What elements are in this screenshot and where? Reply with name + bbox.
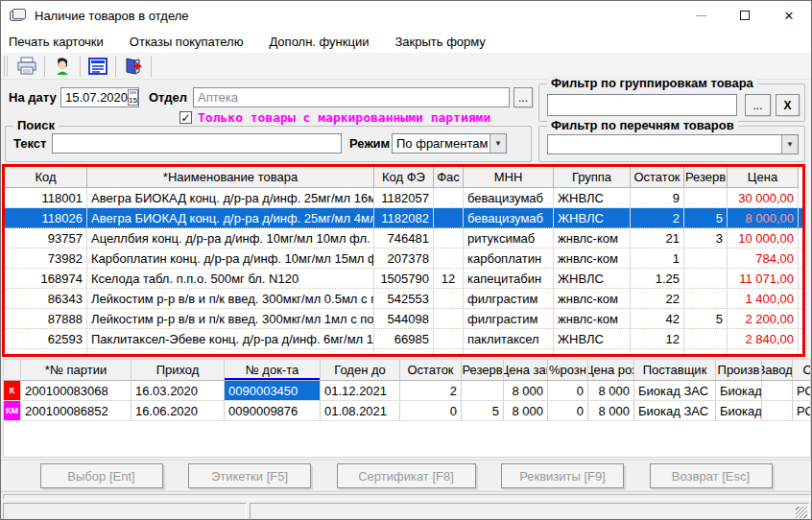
table-cell[interactable]: 8 000 (588, 381, 634, 400)
table-cell[interactable]: 1 (631, 349, 684, 357)
table-cell[interactable]: 207378 (374, 248, 434, 268)
table-cell[interactable]: 30 000,00 (728, 188, 799, 207)
table-cell[interactable]: 746481 (374, 228, 434, 248)
table-cell[interactable]: 11 071,00 (728, 269, 799, 288)
customer-button[interactable] (48, 55, 77, 78)
return-button[interactable]: Возврат [Esc] (650, 463, 773, 488)
table-cell[interactable] (762, 381, 793, 400)
table-cell[interactable]: паклитаксел (464, 329, 554, 348)
table-cell[interactable]: Биокад (716, 401, 762, 420)
table-cell[interactable]: 128127 (5, 349, 87, 357)
table-cell[interactable]: 9 (631, 188, 684, 207)
table-cell[interactable]: 12 (434, 269, 464, 288)
table-cell[interactable] (684, 248, 728, 268)
table-cell[interactable] (434, 248, 464, 268)
column-header[interactable]: Цена (728, 167, 799, 188)
table-cell[interactable]: 2 200,00 (728, 309, 799, 328)
table-cell[interactable]: 73982 (5, 248, 87, 268)
table-cell[interactable]: 168974 (5, 269, 87, 288)
table-cell[interactable]: 0090009876 (225, 401, 321, 420)
table-cell[interactable]: ритуксимаб (464, 228, 554, 248)
table-cell[interactable]: 21 (631, 228, 684, 248)
table-cell[interactable]: 542553 (374, 289, 434, 308)
table-cell[interactable]: жнвлс-ком (554, 309, 631, 328)
table-cell[interactable]: РОССИЯ (793, 401, 811, 420)
table-cell[interactable]: 1.25 (631, 269, 684, 288)
table-cell[interactable]: 1182057 (374, 188, 434, 207)
table-cell[interactable]: 8 000,00 (728, 208, 799, 227)
table-cell[interactable]: ЖНВЛС (554, 188, 631, 207)
column-header[interactable]: Цена роз (588, 360, 634, 381)
table-cell[interactable] (434, 208, 464, 227)
table-cell[interactable] (684, 289, 728, 308)
table-cell[interactable]: жнвлс-ком (554, 248, 631, 268)
maximize-button[interactable] (723, 1, 767, 30)
table-row[interactable]: 118026Авегра БИОКАД конц. д/р-ра д/инф. … (5, 208, 802, 228)
table-cell[interactable]: 0 (548, 381, 588, 400)
table-cell[interactable]: Лейкостим р-р в/в и п/к введ. 300мкг/мл … (87, 289, 374, 308)
table-cell[interactable]: ЖНВЛС (554, 349, 631, 357)
table-cell[interactable]: иммуноглобулин (464, 349, 554, 357)
department-browse-button[interactable]: ... (513, 87, 533, 107)
table-cell[interactable]: капецитабин (464, 269, 554, 288)
date-input[interactable]: 15.07.2020 15 (60, 87, 139, 107)
batch-type-badge[interactable]: КМ (4, 401, 21, 420)
table-row[interactable]: 62593Паклитаксел-Эбеве конц. д/р-ра д/ин… (5, 329, 802, 349)
table-cell[interactable]: 86343 (5, 289, 87, 308)
table-row[interactable]: 118001Авегра БИОКАД конц. д/р-ра д/инф. … (5, 188, 802, 208)
menu-print-card[interactable]: Печать карточки (9, 35, 104, 49)
table-cell[interactable]: 8 000 (504, 381, 548, 400)
table-cell[interactable]: 23 085,00 (728, 349, 799, 357)
table-row[interactable]: К20010008306816.03.2020009000345001.12.2… (4, 381, 810, 401)
close-button[interactable]: ✕ (767, 1, 811, 30)
table-cell[interactable]: 22 (631, 289, 684, 308)
column-header[interactable]: Завод. (762, 360, 793, 381)
table-row[interactable]: 86343Лейкостим р-р в/в и п/к введ. 300мк… (5, 289, 802, 309)
table-cell[interactable] (684, 349, 728, 357)
table-cell[interactable]: 10 000,00 (728, 228, 799, 248)
table-cell[interactable]: 5 (462, 401, 504, 420)
table-cell[interactable]: 42 (631, 309, 684, 328)
table-cell[interactable]: 8 000 (588, 401, 634, 420)
table-cell[interactable] (462, 381, 504, 400)
menu-customer-refusals[interactable]: Отказы покупателю (130, 35, 244, 49)
menu-extra-functions[interactable]: Дополн. функции (269, 35, 369, 49)
column-header[interactable]: Группа (554, 167, 631, 188)
table-cell[interactable]: Привиджен р-р д/инф. 100мг/мл 50мл фл. (87, 349, 374, 357)
chevron-down-icon[interactable]: ▼ (490, 134, 506, 153)
table-cell[interactable]: Биокад (716, 381, 762, 400)
table-row[interactable]: 73982Карбоплатин конц. д/р-ра д/инф. 10м… (5, 248, 802, 269)
group-filter-clear-button[interactable]: X (776, 94, 800, 116)
table-row[interactable]: 93757Ацеллбия конц. д/р-ра д/инф. 10мг/м… (5, 228, 802, 248)
print-button[interactable] (12, 55, 41, 78)
table-cell[interactable]: 118001 (5, 188, 87, 207)
table-cell[interactable]: Ацеллбия конц. д/р-ра д/инф. 10мг/мл 10м… (87, 228, 374, 248)
table-cell[interactable]: 12 (631, 329, 684, 348)
table-cell[interactable] (684, 188, 728, 207)
table-cell[interactable]: 5 (684, 208, 728, 227)
table-cell[interactable]: жнвлс-ком (554, 289, 631, 308)
table-cell[interactable]: 1225712 (374, 349, 434, 357)
table-cell[interactable] (684, 269, 728, 288)
table-cell[interactable]: 01.08.2021 (321, 401, 400, 420)
table-cell[interactable]: Кселода табл. п.п.о. 500мг бл. N120 (87, 269, 374, 288)
group-filter-input[interactable] (547, 94, 737, 116)
table-cell[interactable]: ЖНВЛС (554, 208, 631, 227)
table-cell[interactable]: 0090003450 (225, 381, 321, 400)
batch-type-badge[interactable]: К (4, 381, 21, 400)
column-header[interactable]: *Наименование товара (87, 167, 374, 188)
labels-button[interactable]: Этикетки [F5] (188, 463, 311, 488)
search-text-input[interactable] (52, 133, 342, 154)
table-cell[interactable] (434, 289, 464, 308)
search-mode-select[interactable]: По фрагментам ▼ (392, 133, 507, 154)
table-row[interactable]: 128127Привиджен р-р д/инф. 100мг/мл 50мл… (5, 349, 802, 357)
table-cell[interactable]: 2 (400, 381, 462, 400)
resize-grip[interactable] (796, 507, 807, 518)
table-cell[interactable]: бевацизумаб (464, 208, 554, 227)
column-header[interactable]: Резерв (684, 167, 728, 188)
column-header[interactable]: %розн (548, 360, 588, 381)
column-header[interactable]: Остаток (400, 360, 462, 381)
marked-batches-checkbox[interactable]: ✓ (179, 111, 192, 124)
table-cell[interactable]: 118026 (5, 208, 87, 227)
table-cell[interactable]: 16.03.2020 (131, 381, 225, 400)
